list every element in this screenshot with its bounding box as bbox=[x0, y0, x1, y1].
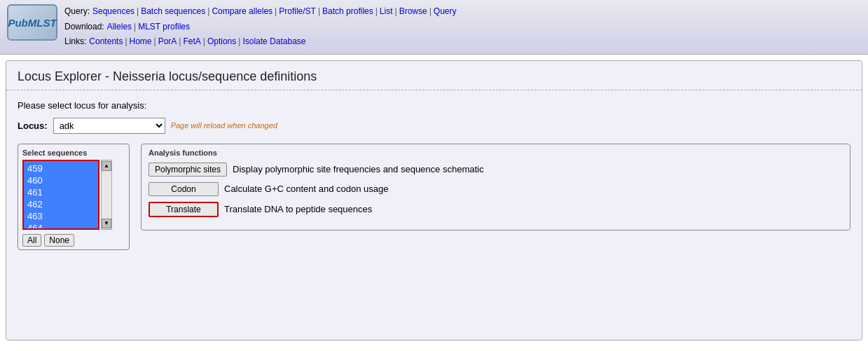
nav-contents[interactable]: Contents bbox=[89, 34, 123, 50]
codon-row: Codon Calculate G+C content and codon us… bbox=[149, 182, 843, 196]
scrollbar[interactable]: ▲ ▼ bbox=[101, 160, 112, 230]
select-sequences-legend: Select sequences bbox=[22, 149, 125, 157]
translate-button[interactable]: Translate bbox=[149, 202, 219, 217]
translate-row: Translate Translate DNA to peptide seque… bbox=[149, 202, 843, 217]
nav-sequences[interactable]: Sequences bbox=[92, 4, 135, 20]
nav-pora[interactable]: PorA bbox=[158, 34, 177, 50]
list-item[interactable]: 463 bbox=[25, 210, 97, 222]
analysis-legend: Analysis functions bbox=[149, 149, 843, 157]
scroll-up-arrow[interactable]: ▲ bbox=[102, 161, 111, 171]
nav-batch-sequences[interactable]: Batch sequences bbox=[141, 4, 205, 20]
nav-alleles[interactable]: Alleles bbox=[107, 20, 132, 35]
page-title: Locus Explorer - Neisseria locus/sequenc… bbox=[18, 69, 850, 84]
nav-options[interactable]: Options bbox=[207, 34, 236, 50]
polymorphic-row: Polymorphic sites Display polymorphic si… bbox=[149, 163, 843, 177]
main-wrapper: Locus Explorer - Neisseria locus/sequenc… bbox=[6, 60, 862, 340]
query-label: Query: bbox=[64, 4, 90, 20]
nav-mlst-profiles[interactable]: MLST profiles bbox=[138, 20, 190, 35]
translate-desc: Translate DNA to peptide sequences bbox=[224, 204, 372, 214]
codon-desc: Calculate G+C content and codon usage bbox=[224, 184, 389, 194]
content-area: Please select locus for analysis: Locus:… bbox=[6, 90, 862, 260]
nav-compare-alleles[interactable]: Compare alleles bbox=[212, 4, 273, 20]
none-button[interactable]: None bbox=[44, 234, 74, 247]
seq-list-container: 459 460 461 462 463 464 ▲ ▼ bbox=[22, 160, 125, 230]
nav-browse[interactable]: Browse bbox=[399, 4, 427, 20]
list-item[interactable]: 461 bbox=[25, 186, 97, 198]
page-title-bar: Locus Explorer - Neisseria locus/sequenc… bbox=[6, 61, 862, 90]
list-item[interactable]: 464 bbox=[25, 222, 97, 230]
codon-button[interactable]: Codon bbox=[149, 182, 219, 196]
seq-listbox[interactable]: 459 460 461 462 463 464 bbox=[22, 160, 99, 230]
locus-select[interactable]: adk bbox=[53, 118, 165, 134]
nav-list[interactable]: List bbox=[380, 4, 393, 20]
nav-profile-st[interactable]: Profile/ST bbox=[279, 4, 316, 20]
locus-row: Locus: adk Page will reload when changed bbox=[18, 118, 850, 134]
links-label: Links: bbox=[64, 34, 86, 50]
reload-note: Page will reload when changed bbox=[171, 121, 277, 130]
analysis-panel: Analysis functions Polymorphic sites Dis… bbox=[141, 144, 850, 230]
nav-home[interactable]: Home bbox=[130, 34, 152, 50]
select-sequences-panel: Select sequences 459 460 461 462 463 464… bbox=[18, 144, 130, 250]
scroll-down-arrow[interactable]: ▼ bbox=[102, 219, 111, 228]
select-prompt: Please select locus for analysis: bbox=[18, 100, 850, 111]
locus-label: Locus: bbox=[18, 121, 48, 131]
nav-isolate-database[interactable]: Isolate Database bbox=[242, 34, 305, 50]
nav-feta[interactable]: FetA bbox=[183, 34, 200, 50]
top-bar: PubMLST Query: Sequences| Batch sequence… bbox=[0, 0, 868, 55]
nav-batch-profiles[interactable]: Batch profiles bbox=[322, 4, 373, 20]
polymorphic-desc: Display polymorphic site frequencies and… bbox=[233, 164, 483, 174]
panels-row: Select sequences 459 460 461 462 463 464… bbox=[18, 144, 850, 250]
polymorphic-sites-button[interactable]: Polymorphic sites bbox=[149, 163, 227, 177]
download-label: Download: bbox=[64, 20, 104, 35]
list-item[interactable]: 462 bbox=[25, 198, 97, 210]
nav-query[interactable]: Query bbox=[434, 4, 457, 20]
list-item[interactable]: 460 bbox=[25, 174, 97, 186]
all-button[interactable]: All bbox=[22, 234, 41, 247]
pubmlst-logo: PubMLST bbox=[7, 4, 57, 41]
all-none-row: All None bbox=[22, 234, 125, 247]
list-item[interactable]: 459 bbox=[25, 163, 97, 174]
nav-links: Query: Sequences| Batch sequences| Compa… bbox=[64, 4, 457, 50]
